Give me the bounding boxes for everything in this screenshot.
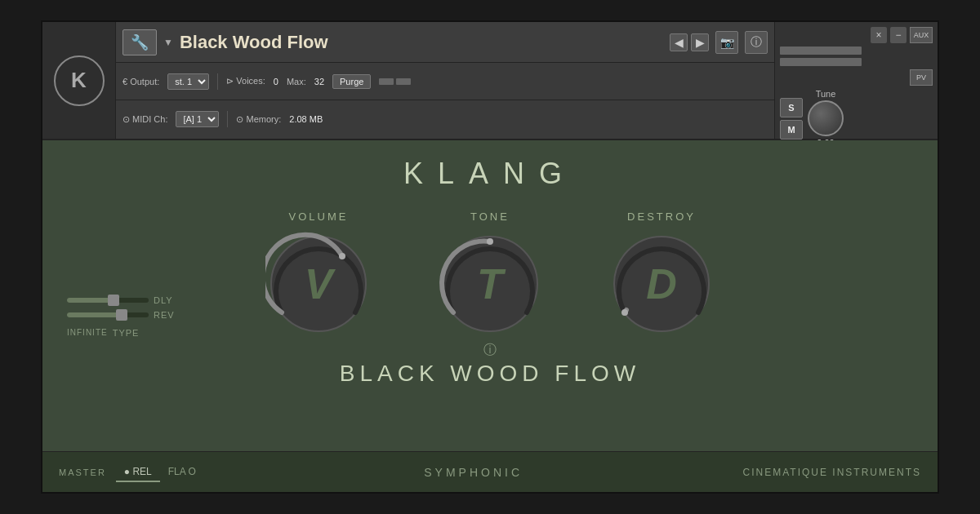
bottom-info: ⓘ BLACK WOOD FLOW: [307, 337, 673, 392]
footer-left: MASTER ● REL FLA O: [59, 463, 204, 482]
destroy-label: DESTROY: [627, 210, 696, 223]
plugin-inner: KLANG VOLUME: [42, 140, 938, 451]
close-btn[interactable]: ×: [871, 27, 887, 43]
plugin-body: DLY REV INFINITE TYPE KLANG VOLUME: [42, 140, 938, 492]
mini-bars: [379, 78, 411, 85]
rel-dot: ●: [124, 466, 130, 477]
svg-point-3: [487, 238, 493, 245]
top-buttons: × − AUX: [780, 27, 933, 43]
destroy-knob-group: DESTROY D: [608, 210, 715, 337]
level-area: PV: [780, 47, 933, 86]
memory-value: 2.08 MB: [289, 114, 323, 124]
k-logo: K: [42, 22, 116, 139]
tone-label: TONE: [470, 210, 510, 223]
level-row-2: [780, 58, 933, 66]
k-logo-circle: K: [54, 55, 105, 106]
aux-btn[interactable]: AUX: [910, 27, 933, 43]
max-value: 32: [314, 77, 324, 86]
level-bar-1: [780, 47, 862, 55]
volume-label: VOLUME: [289, 210, 349, 223]
voices-value: 0: [274, 77, 278, 86]
output-label: € Output:: [122, 77, 159, 86]
nav-left-btn[interactable]: ◀: [670, 33, 688, 51]
max-label: Max:: [287, 77, 306, 86]
midi-select[interactable]: [A] 1: [176, 111, 219, 127]
rel-label: REL: [132, 466, 151, 477]
preset-title-main: BLACK WOOD FLOW: [340, 361, 640, 387]
destroy-knob-svg: [608, 231, 715, 337]
tune-section: Tune 0.00: [808, 89, 844, 148]
footer-center: SYMPHONIC: [424, 466, 523, 479]
fla-tab[interactable]: FLA O: [160, 463, 204, 482]
klang-title: KLANG: [403, 157, 577, 191]
master-label: MASTER: [59, 467, 106, 477]
volume-knob-svg: [265, 231, 372, 337]
fla-label: FLA O: [168, 466, 196, 477]
plugin-footer: MASTER ● REL FLA O SYMPHONIC CINEMATIQUE…: [42, 451, 938, 492]
main-window: K 🔧 ▼ Black Wood Flow ◀ ▶ 📷 ⓘ € Output: …: [41, 20, 939, 494]
info-icon-bottom[interactable]: ⓘ: [483, 342, 497, 359]
svg-point-1: [339, 253, 345, 259]
separator1: [217, 73, 218, 90]
midi-label: ⊙ MIDI Ch:: [122, 114, 167, 125]
header-row1: 🔧 ▼ Black Wood Flow ◀ ▶ 📷 ⓘ: [116, 22, 774, 63]
footer-right: CINEMATIQUE INSTRUMENTS: [743, 467, 921, 478]
kontakt-header: K 🔧 ▼ Black Wood Flow ◀ ▶ 📷 ⓘ € Output: …: [42, 22, 938, 140]
sm-tune-row: S M Tune 0.00: [780, 89, 933, 148]
header-row3: ⊙ MIDI Ch: [A] 1 ⊙ Memory: 2.08 MB: [116, 100, 774, 138]
info-btn[interactable]: ⓘ: [745, 31, 768, 54]
mini-bar-1: [379, 78, 394, 85]
separator2: [227, 111, 228, 127]
minimize-btn[interactable]: −: [890, 27, 906, 43]
level-row-1: [780, 47, 933, 55]
knobs-row: VOLUME V: [75, 210, 905, 337]
camera-btn[interactable]: 📷: [715, 31, 738, 54]
rel-tab[interactable]: ● REL: [116, 463, 160, 482]
destroy-knob[interactable]: D: [608, 231, 715, 337]
volume-knob-group: VOLUME V: [265, 210, 372, 337]
level-bar-2: [780, 58, 862, 66]
tone-knob-svg: [437, 231, 543, 337]
volume-knob[interactable]: V: [265, 231, 372, 337]
svg-point-5: [621, 309, 628, 316]
tone-knob[interactable]: T: [437, 231, 543, 337]
purge-button[interactable]: Purge: [332, 74, 371, 89]
preset-name: Black Wood Flow: [180, 32, 663, 53]
dropdown-arrow[interactable]: ▼: [163, 37, 173, 48]
header-row2: € Output: st. 1 ⊳ Voices: 0 Max: 32 Purg…: [116, 63, 774, 100]
nav-arrows: ◀ ▶: [670, 33, 709, 51]
header-main: 🔧 ▼ Black Wood Flow ◀ ▶ 📷 ⓘ € Output: st…: [116, 22, 774, 139]
m-btn[interactable]: M: [780, 120, 803, 140]
tone-knob-group: TONE T: [437, 210, 543, 337]
tune-label: Tune: [816, 89, 836, 99]
sm-btns: S M: [780, 98, 803, 140]
right-controls: × − AUX PV S M Tune: [774, 22, 938, 139]
nav-right-btn[interactable]: ▶: [691, 33, 709, 51]
memory-label: ⊙ Memory:: [236, 114, 281, 125]
s-btn[interactable]: S: [780, 98, 803, 117]
output-select[interactable]: st. 1: [167, 73, 209, 90]
pv-btn[interactable]: PV: [910, 69, 933, 86]
tune-knob[interactable]: [808, 100, 844, 136]
wrench-icon[interactable]: 🔧: [122, 29, 157, 55]
footer-tabs: ● REL FLA O: [116, 463, 204, 482]
voices-label: ⊳ Voices:: [226, 76, 265, 86]
mini-bar-2: [396, 78, 411, 85]
